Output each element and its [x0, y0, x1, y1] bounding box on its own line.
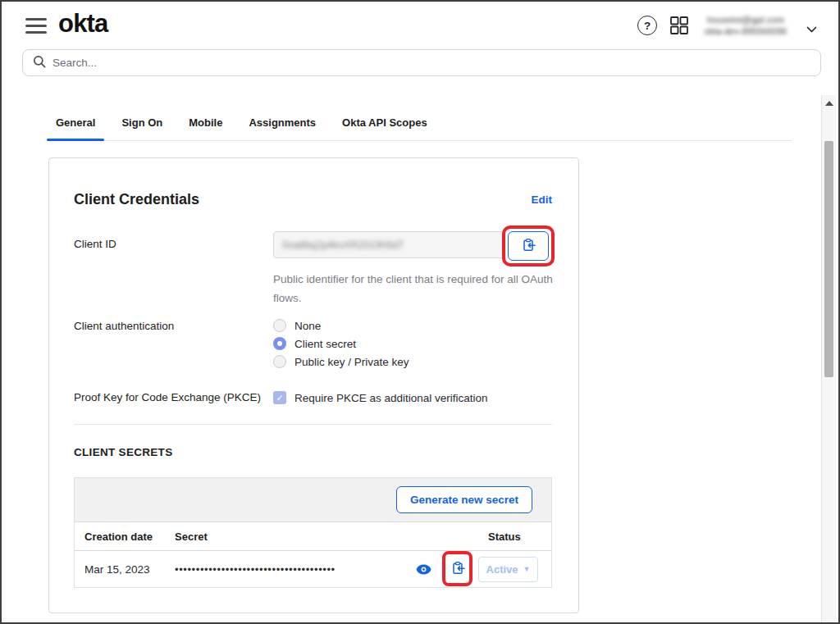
radio-option-client-secret[interactable]: Client secret — [273, 337, 552, 350]
client-secrets-heading: CLIENT SECRETS — [74, 446, 552, 458]
tab-sign-on[interactable]: Sign On — [112, 109, 171, 140]
client-id-help-text: Public identifier for the client that is… — [273, 270, 556, 307]
okta-logo: okta — [58, 9, 108, 39]
account-org: okta-dev-895566096 — [696, 25, 796, 37]
radio-selected-icon[interactable] — [273, 337, 286, 350]
client-id-value-blurred: 0oa8bq2p4kvXR2019h5d7 — [282, 239, 404, 251]
radio-icon[interactable] — [273, 355, 286, 368]
checkbox-checked-icon[interactable]: ✓ — [273, 391, 286, 404]
scroll-up-arrow-icon[interactable] — [825, 101, 833, 106]
column-header-creation-date: Creation date — [75, 531, 175, 543]
generate-new-secret-button[interactable]: Generate new secret — [396, 486, 532, 513]
vertical-scrollbar[interactable] — [821, 95, 836, 622]
reveal-secret-eye-icon[interactable] — [416, 564, 431, 575]
tab-mobile[interactable]: Mobile — [180, 109, 231, 140]
status-dropdown-button[interactable]: Active ▼ — [478, 557, 538, 582]
radio-option-none[interactable]: None — [273, 319, 552, 332]
tab-okta-api-scopes[interactable]: Okta API Scopes — [333, 109, 436, 140]
pkce-checkbox-row[interactable]: ✓ Require PKCE as additional verificatio… — [273, 391, 552, 404]
dropdown-caret-icon: ▼ — [523, 565, 531, 573]
edit-link[interactable]: Edit — [532, 194, 553, 206]
pkce-label: Proof Key for Code Exchange (PKCE) — [74, 391, 273, 403]
chevron-down-icon[interactable] — [806, 22, 817, 37]
section-divider — [74, 424, 552, 425]
search-placeholder: Search... — [52, 57, 97, 69]
radio-icon[interactable] — [273, 319, 286, 332]
tab-general[interactable]: General — [47, 109, 104, 140]
okta-admin-window: okta ? hosseini@gpl.com okta-dev-8955660… — [0, 0, 840, 624]
scrollbar-thumb[interactable] — [824, 141, 833, 377]
tab-assignments[interactable]: Assignments — [240, 109, 325, 140]
copy-to-clipboard-icon — [522, 238, 536, 255]
copy-secret-icon[interactable] — [451, 561, 465, 577]
table-row: Mar 15, 2023 •••••••••••••••••••••••••••… — [75, 551, 551, 587]
client-id-field: 0oa8bq2p4kvXR2019h5d7 — [273, 231, 505, 258]
client-auth-label: Client authentication — [74, 319, 273, 373]
hamburger-menu-icon[interactable] — [25, 18, 47, 34]
client-id-label: Client ID — [74, 231, 273, 307]
app-tabs: General Sign On Mobile Assignments Okta … — [47, 109, 792, 141]
masked-secret-value: •••••••••••••••••••••••••••••••••••••• — [175, 563, 336, 576]
column-header-status: Status — [478, 531, 551, 543]
apps-grid-icon[interactable] — [669, 16, 689, 35]
search-input[interactable]: Search... — [22, 49, 821, 76]
client-credentials-card: Client Credentials Edit Client ID 0oa8bq… — [48, 157, 579, 613]
copy-client-id-button[interactable] — [508, 231, 549, 261]
secret-creation-date: Mar 15, 2023 — [75, 563, 175, 576]
account-info-blurred[interactable]: hosseini@gpl.com okta-dev-895566096 — [696, 14, 796, 37]
column-header-secret: Secret — [175, 531, 478, 543]
help-icon[interactable]: ? — [637, 16, 657, 35]
search-icon — [33, 55, 46, 71]
radio-option-public-private-key[interactable]: Public key / Private key — [273, 355, 552, 368]
account-email: hosseini@gpl.com — [696, 14, 796, 25]
card-title: Client Credentials — [74, 191, 199, 208]
client-secrets-table: Generate new secret Creation date Secret… — [74, 477, 552, 588]
